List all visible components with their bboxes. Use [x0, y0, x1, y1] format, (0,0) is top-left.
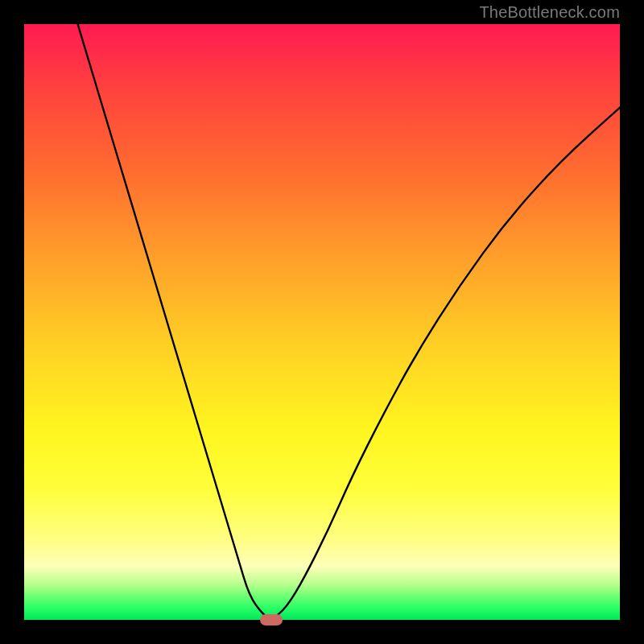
chart-frame: TheBottleneck.com — [0, 0, 644, 644]
curve-right-path — [271, 108, 620, 620]
minimum-marker — [260, 614, 283, 625]
bottleneck-curve — [24, 24, 620, 620]
plot-area — [24, 24, 620, 620]
watermark-text: TheBottleneck.com — [479, 3, 620, 22]
curve-left-path — [78, 24, 272, 620]
